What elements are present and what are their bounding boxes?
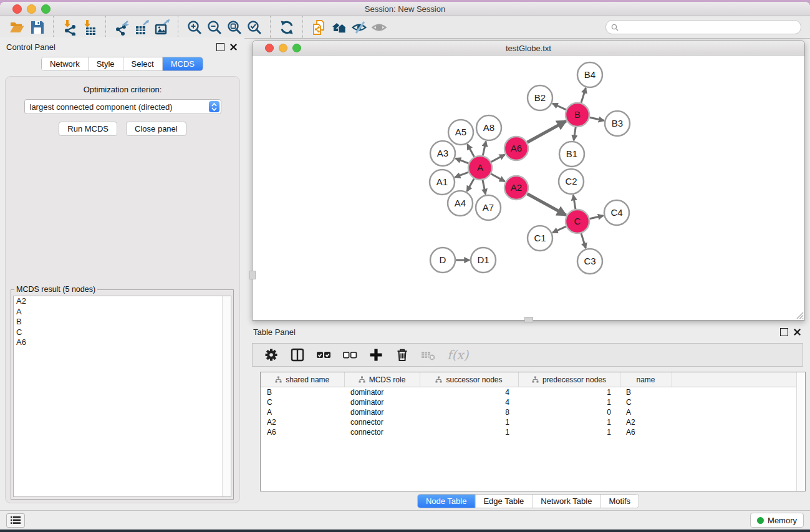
table-cell[interactable]: 8: [420, 407, 518, 417]
splitter-handle-bottom[interactable]: [524, 317, 533, 322]
table-settings-button[interactable]: [263, 346, 280, 364]
splitter-handle-left[interactable]: [249, 271, 256, 279]
close-window-button[interactable]: [12, 4, 22, 14]
memory-button[interactable]: Memory: [750, 513, 804, 528]
graph-node[interactable]: A5: [448, 120, 473, 145]
result-list-scrollbar[interactable]: [222, 296, 231, 496]
table-cell[interactable]: dominator: [344, 397, 420, 407]
delete-table-button[interactable]: [420, 346, 437, 364]
tab-node-table[interactable]: Node Table: [418, 495, 475, 508]
graph-node[interactable]: A1: [430, 170, 455, 195]
graph-edge[interactable]: [552, 104, 566, 110]
table-cell[interactable]: A: [261, 407, 344, 417]
mcds-result-item[interactable]: A: [14, 307, 231, 317]
mcds-result-item[interactable]: B: [14, 317, 231, 327]
column-header[interactable]: shared name: [261, 372, 344, 387]
network-close-button[interactable]: [265, 44, 274, 52]
table-cell[interactable]: 0: [518, 407, 620, 417]
zoom-selected-button[interactable]: [244, 18, 264, 37]
graph-node[interactable]: D: [430, 248, 455, 273]
tab-style[interactable]: Style: [88, 57, 123, 70]
hide-graphics-details-button[interactable]: [349, 18, 369, 37]
graph-edge[interactable]: [491, 174, 505, 181]
table-cell[interactable]: connector: [344, 417, 420, 427]
graph-node[interactable]: A3: [430, 141, 455, 166]
table-cell[interactable]: 1: [420, 427, 518, 437]
graph-node[interactable]: B4: [577, 62, 602, 87]
graph-edge[interactable]: [468, 144, 475, 157]
graph-node[interactable]: A: [468, 156, 492, 180]
optimization-criterion-select[interactable]: largest connected component (directed): [24, 99, 221, 114]
delete-column-button[interactable]: [393, 346, 411, 364]
graph-edge[interactable]: [455, 172, 469, 177]
table-scrollbar[interactable]: [796, 372, 805, 491]
table-cell[interactable]: B: [261, 387, 344, 398]
table-cell[interactable]: 1: [518, 417, 620, 427]
import-network-button[interactable]: [60, 18, 80, 37]
resize-grip-icon[interactable]: [796, 311, 804, 319]
table-cell[interactable]: A6: [620, 427, 672, 437]
save-session-button[interactable]: [27, 18, 47, 37]
network-minimize-button[interactable]: [279, 44, 287, 52]
float-panel-icon[interactable]: [216, 43, 224, 51]
table-cell[interactable]: 4: [420, 387, 518, 398]
show-graphics-details-button[interactable]: [369, 18, 389, 37]
graph-edge[interactable]: [573, 195, 576, 210]
zoom-out-button[interactable]: [205, 18, 224, 37]
graph-node[interactable]: C2: [559, 169, 584, 194]
mcds-result-item[interactable]: A2: [14, 296, 231, 307]
run-mcds-button[interactable]: Run MCDS: [59, 122, 117, 136]
import-table-button[interactable]: [80, 18, 100, 37]
graph-edge[interactable]: [483, 142, 486, 156]
graph-node[interactable]: B3: [605, 111, 630, 136]
close-panel-icon[interactable]: [230, 44, 237, 51]
search-input[interactable]: [622, 22, 796, 32]
table-cell[interactable]: 1: [420, 417, 518, 427]
graph-edge[interactable]: [590, 117, 604, 120]
apply-layout-button[interactable]: [277, 18, 297, 37]
close-panel-button[interactable]: Close panel: [126, 122, 186, 136]
column-header[interactable]: successor nodes: [420, 372, 518, 387]
graph-edge[interactable]: [552, 226, 566, 233]
graph-edge[interactable]: [590, 216, 604, 219]
mcds-result-item[interactable]: A6: [14, 337, 231, 348]
graph-node[interactable]: C1: [528, 226, 552, 251]
column-header[interactable]: MCDS role: [344, 372, 420, 387]
close-table-panel-icon[interactable]: [794, 329, 801, 336]
graph-edge[interactable]: [581, 233, 586, 248]
table-row[interactable]: Bdominator41B: [261, 387, 805, 398]
tab-edge-table[interactable]: Edge Table: [475, 495, 532, 508]
graph-node[interactable]: A2: [504, 176, 528, 200]
show-columns-button[interactable]: [289, 346, 306, 364]
minimize-window-button[interactable]: [27, 4, 36, 14]
table-cell[interactable]: A2: [620, 417, 672, 427]
mcds-result-list[interactable]: A2ABCA6: [13, 296, 231, 497]
network-zoom-button[interactable]: [292, 44, 301, 52]
table-cell[interactable]: dominator: [344, 407, 420, 417]
export-network-button[interactable]: [112, 18, 132, 37]
table-cell[interactable]: A6: [261, 427, 344, 437]
table-row[interactable]: Adominator80A: [261, 407, 805, 417]
tab-select[interactable]: Select: [123, 57, 162, 70]
graph-edge[interactable]: [528, 121, 566, 142]
graph-edge[interactable]: [483, 180, 486, 195]
table-cell[interactable]: C: [261, 397, 344, 407]
table-cell[interactable]: C: [620, 397, 672, 407]
welcome-screen-button[interactable]: [329, 18, 349, 37]
create-column-button[interactable]: [367, 346, 385, 364]
graph-node[interactable]: C3: [577, 249, 602, 274]
graph-edge[interactable]: [467, 178, 474, 191]
graph-edge[interactable]: [491, 155, 505, 162]
table-cell[interactable]: A: [620, 407, 672, 417]
open-session-button[interactable]: [7, 18, 27, 37]
tab-network-table[interactable]: Network Table: [532, 495, 600, 508]
tab-mcds[interactable]: MCDS: [162, 57, 203, 70]
graph-node[interactable]: A7: [476, 195, 501, 220]
table-row[interactable]: A6connector11A6: [261, 427, 805, 437]
graph-node[interactable]: A8: [476, 115, 501, 140]
table-row[interactable]: Cdominator41C: [261, 397, 805, 407]
mcds-result-item[interactable]: C: [14, 327, 231, 338]
table-cell[interactable]: B: [620, 387, 672, 398]
column-header[interactable]: predecessor nodes: [518, 372, 620, 387]
export-table-button[interactable]: [132, 18, 152, 37]
